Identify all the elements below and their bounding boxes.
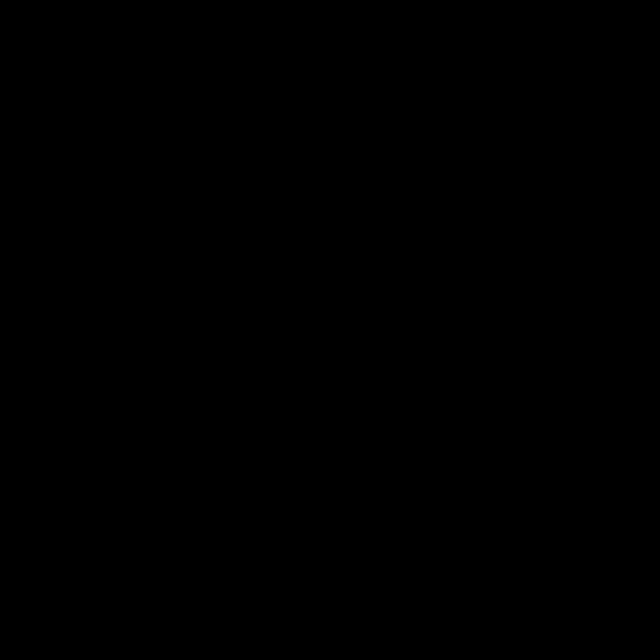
chart-container: { "watermark": "TheBottleneck.com", "cha… bbox=[0, 0, 644, 644]
chart-svg bbox=[0, 0, 644, 644]
